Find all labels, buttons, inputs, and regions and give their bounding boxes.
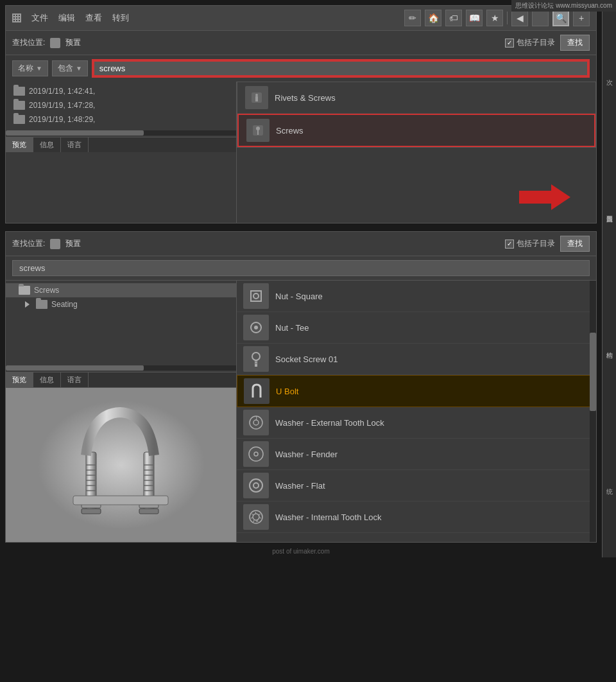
star-icon-btn[interactable]: ★ (486, 10, 503, 26)
result-screws[interactable]: Screws (237, 114, 595, 147)
bottom-tab-language[interactable]: 语言 (61, 372, 89, 387)
tree-item-1[interactable]: 2019/1/19, 1:42:41, (6, 84, 236, 98)
add-icon-btn[interactable]: + (573, 10, 590, 26)
top-two-panel: 2019/1/19, 1:42:41, 2019/1/19, 1:47:28, … (6, 82, 596, 223)
item-thumb-socket-screw (243, 346, 269, 372)
item-washer-ext[interactable]: Washer - External Tooth Lock (237, 407, 596, 439)
item-washer-fender[interactable]: Washer - Fender (237, 439, 596, 470)
menu-edit[interactable]: 编辑 (58, 12, 75, 24)
search-icon-btn[interactable]: 🔍 (552, 10, 569, 26)
global-right-sidebar: 次 内置预置器 结构 统 (602, 0, 616, 557)
tab-info-top[interactable]: 信息 (33, 137, 61, 152)
item-name-u-bolt: U Bolt (276, 387, 298, 396)
pen-icon-btn[interactable]: ✏ (404, 10, 421, 26)
bottom-search-panel: 查找位置: 预置 ✓ 包括子目录 查找 screws (5, 231, 597, 543)
item-name-washer-fender: Washer - Fender (275, 450, 338, 459)
tree-list-top: 2019/1/19, 1:42:41, 2019/1/19, 1:47:28, … (6, 82, 236, 129)
item-thumb-washer-fender (243, 441, 269, 467)
tree-screws[interactable]: Screws (6, 283, 236, 297)
tab-language-top[interactable]: 语言 (61, 137, 89, 152)
find-button-top[interactable]: 查找 (560, 35, 590, 51)
item-list: Nut - Square Nut - Tee (237, 281, 596, 533)
item-thumb-washer-flat (243, 473, 269, 498)
svg-point-31 (252, 353, 260, 360)
search-location-row: 查找位置: 预置 ✓ 包括子目录 查找 (6, 31, 596, 55)
item-name-washer-ext: Washer - External Tooth Lock (275, 418, 384, 428)
svg-point-37 (249, 447, 263, 461)
left-tabs-top: 预览 信息 语言 (6, 137, 236, 152)
scrollbar-thumb-top (6, 130, 144, 136)
find-button-bottom[interactable]: 查找 (560, 236, 590, 252)
svg-point-28 (253, 293, 259, 299)
svg-point-38 (254, 452, 258, 456)
item-nut-tee[interactable]: Nut - Tee (237, 312, 596, 344)
tree-date-3: 2019/1/19, 1:48:29, (29, 115, 95, 124)
bottom-checkbox[interactable]: ✓ (505, 240, 514, 249)
tree-arrow-icon (25, 301, 30, 308)
svg-rect-13 (139, 509, 158, 514)
folder-icon-screws (19, 286, 30, 295)
result-name-rivets: Rivets & Screws (275, 93, 336, 103)
watermark: 思维设计论坛 www.missyuan.com (511, 0, 616, 12)
bottom-tab-info[interactable]: 信息 (33, 372, 61, 387)
bottom-include-subdirs: ✓ 包括子目录 (505, 238, 555, 249)
include-subdirs-checkbox[interactable]: ✓ (505, 39, 514, 48)
back-icon-btn[interactable]: ◀ (511, 10, 528, 26)
tree-seating[interactable]: Seating (6, 297, 236, 311)
tree-item-3[interactable]: 2019/1/19, 1:48:29, (6, 112, 236, 127)
svg-marker-27 (251, 291, 261, 301)
grid-icon (12, 13, 21, 22)
item-nut-square[interactable]: Nut - Square (237, 281, 596, 312)
home-icon-btn[interactable]: 🏠 (425, 10, 441, 26)
folder-icon-2 (13, 101, 25, 110)
item-washer-flat[interactable]: Washer - Flat (237, 470, 596, 502)
dropdown-arrow-icon2: ▼ (76, 65, 82, 72)
bottom-tab-preview[interactable]: 预览 (6, 372, 33, 387)
menu-file[interactable]: 文件 (31, 12, 48, 24)
results-dropdown: Rivets & Screws (237, 82, 596, 148)
bottom-tree: Screws Seating (6, 281, 236, 364)
book-icon-btn[interactable]: 📖 (466, 10, 483, 26)
bottom-search-location-row: 查找位置: 预置 ✓ 包括子目录 查找 (6, 232, 596, 256)
item-name-washer-flat: Washer - Flat (275, 481, 325, 491)
bottom-location-name: 预置 (65, 238, 81, 249)
menu-goto[interactable]: 转到 (112, 12, 129, 24)
bottom-left-hscrollbar[interactable] (6, 365, 236, 371)
svg-point-36 (253, 420, 259, 425)
svg-rect-7 (38, 401, 205, 529)
item-name-socket-screw: Socket Screw 01 (275, 354, 338, 364)
folder-icon-3 (13, 115, 25, 124)
item-u-bolt[interactable]: U Bolt (237, 375, 596, 407)
tab-preview-top[interactable]: 预览 (6, 137, 33, 152)
item-washer-int[interactable]: Washer - Internal Tooth Lock (237, 502, 596, 533)
svg-point-30 (254, 326, 258, 329)
footer: post of uimaker.com (0, 545, 602, 557)
tree-item-2[interactable]: 2019/1/19, 1:47:28, (6, 98, 236, 112)
svg-point-42 (253, 514, 259, 520)
svg-point-40 (253, 483, 259, 488)
dropdown-arrow-icon: ▼ (36, 65, 42, 72)
horizontal-scrollbar-top[interactable] (6, 130, 236, 136)
top-right-results: Rivets & Screws (237, 82, 596, 223)
location-name: 预置 (65, 37, 81, 48)
item-socket-screw[interactable]: Socket Screw 01 (237, 344, 596, 375)
contains-dropdown-top[interactable]: 包含 ▼ (52, 60, 88, 76)
item-thumb-u-bolt (244, 378, 270, 404)
tree-screws-label: Screws (34, 286, 59, 295)
svg-rect-11 (81, 509, 101, 514)
field-dropdown-top[interactable]: 名称 ▼ (12, 60, 48, 76)
menu-view[interactable]: 查看 (85, 12, 102, 24)
bottom-search-value: screws (12, 260, 590, 276)
right-panel-vscrollbar[interactable] (590, 281, 596, 542)
svg-rect-14 (73, 496, 168, 505)
forward-icon-btn[interactable] (532, 10, 549, 26)
tag-icon-btn[interactable]: 🏷 (445, 10, 462, 26)
search-input-top[interactable] (93, 60, 588, 76)
result-rivets-screws[interactable]: Rivets & Screws (237, 82, 595, 114)
bottom-right-items: Nut - Square Nut - Tee (237, 281, 596, 542)
bottom-two-panel: Screws Seating (6, 281, 596, 542)
include-subdirs-area: ✓ 包括子目录 (505, 37, 555, 48)
filter-row-top: 名称 ▼ 包含 ▼ (6, 55, 596, 82)
bottom-left-panel: Screws Seating (6, 281, 237, 542)
bottom-left-hscrollbar-thumb (6, 365, 144, 371)
